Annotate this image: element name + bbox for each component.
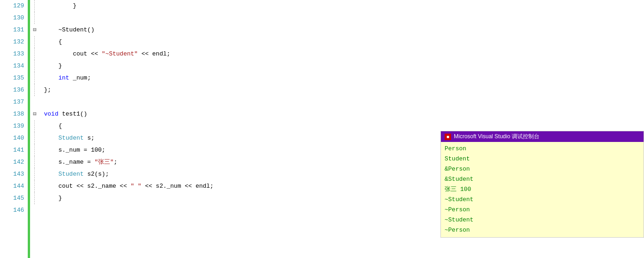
fold-cell: ⊟ [30,24,39,36]
code-token: " " [130,183,141,190]
console-line: Student [445,154,640,164]
code-token: } [44,2,76,9]
fold-cell [30,72,39,84]
console-line: ~Student [445,215,640,225]
line-number: 141 [0,144,24,156]
line-number: 132 [0,36,24,48]
console-titlebar: ■ Microsoft Visual Studio 调试控制台 [441,131,644,142]
code-token: { [44,38,62,45]
code-token: }; [44,86,51,93]
fold-cell [30,144,39,156]
code-token: s; [84,135,94,141]
fold-cell [30,84,39,96]
code-token: Student [58,135,84,141]
console-title: Microsoft Visual Studio 调试控制台 [454,133,539,141]
code-token: ; [114,159,118,166]
fold-minus-icon[interactable]: ⊟ [33,108,36,120]
console-line: &Person [445,164,640,174]
code-token: << s2._num << endl; [142,183,214,190]
code-token: Student [58,171,84,178]
fold-cell [30,96,39,108]
code-line [44,96,644,108]
console-line: ~Person [445,205,640,215]
editor-container: 1291301311321331341351361371381391401411… [0,0,644,258]
line-number: 146 [0,204,24,216]
console-line: ~Person [445,225,640,235]
fold-cell [30,60,39,72]
fold-cell [30,12,39,24]
code-line: { [44,36,644,48]
fold-cell [30,48,39,60]
line-number: 134 [0,60,24,72]
code-token: cout << [44,50,102,57]
line-number: 135 [0,72,24,84]
line-number: 136 [0,84,24,96]
code-line: } [44,60,644,72]
code-token: << endl; [138,50,170,57]
code-token: void [44,111,58,117]
console-panel: ■ Microsoft Visual Studio 调试控制台 PersonSt… [440,131,644,238]
code-token: } [44,195,62,202]
fold-cell [30,168,39,180]
line-number: 142 [0,156,24,168]
vs-icon: ■ [445,134,451,140]
code-token [44,171,58,178]
code-token: s._name = [44,159,94,166]
code-token [44,74,58,81]
code-token: } [44,62,62,69]
console-line: ~Student [445,195,640,205]
fold-minus-icon[interactable]: ⊟ [33,24,36,36]
line-number: 140 [0,132,24,144]
code-token: ~Student() [44,26,94,33]
code-token: "张三" [94,159,114,166]
line-number: 139 [0,120,24,132]
fold-cell [30,132,39,144]
console-output: PersonStudent&Person&Student张三 100~Stude… [441,142,644,237]
code-token: { [44,123,62,129]
code-token: "~Student" [102,50,138,57]
code-line: void test1() [44,108,644,120]
console-line: &Student [445,174,640,184]
code-token: test1() [58,111,87,117]
fold-cell [30,192,39,204]
fold-cell: ⊟ [30,108,39,120]
code-line [44,12,644,24]
line-number: 144 [0,180,24,192]
code-line: int _num; [44,72,644,84]
line-numbers: 1291301311321331341351361371381391401411… [0,0,28,258]
fold-cell [30,180,39,192]
fold-cell [30,0,39,12]
line-number: 138 [0,108,24,120]
line-number: 143 [0,168,24,180]
code-token: s._num = 100; [44,147,105,154]
fold-cell [30,156,39,168]
line-number: 130 [0,12,24,24]
fold-cell [30,120,39,132]
code-line: cout << "~Student" << endl; [44,48,644,60]
code-token [44,135,58,141]
code-token: int [58,74,69,81]
line-number: 145 [0,192,24,204]
fold-cell [30,36,39,48]
console-line: Person [445,144,640,154]
line-number: 129 [0,0,24,12]
fold-cell [30,204,39,216]
code-token: cout << s2._name << [44,183,130,190]
line-number: 137 [0,96,24,108]
console-line: 张三 100 [445,184,640,195]
code-line: ~Student() [44,24,644,36]
code-line: }; [44,84,644,96]
fold-gutter: ⊟⊟ [30,0,39,258]
code-token: _num; [69,74,91,81]
line-number: 133 [0,48,24,60]
code-line: } [44,0,644,12]
line-number: 131 [0,24,24,36]
code-token: s2(s); [84,171,109,178]
